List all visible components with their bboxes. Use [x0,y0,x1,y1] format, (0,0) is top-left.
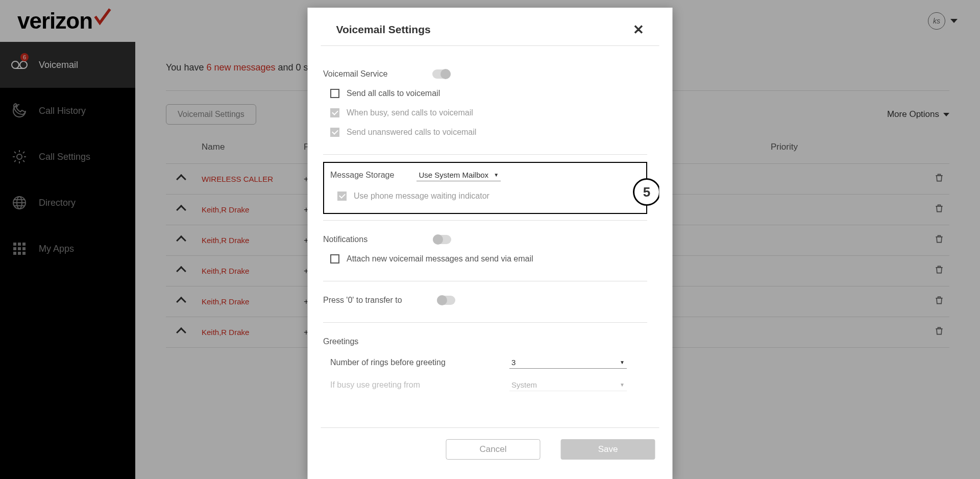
busy-greeting-value: System [511,380,537,389]
section-message-storage: Message Storage Use System Mailbox ▼ Use… [323,155,647,221]
mwi-label: Use phone message waiting indicator [354,191,489,201]
section-greetings: Greetings Number of rings before greetin… [323,323,647,427]
section-press-zero: Press '0' to transfer to [323,281,647,323]
unanswered-checkbox[interactable] [330,128,339,137]
busy-greeting-label: If busy use greeting from [330,380,420,390]
notifications-label: Notifications [323,235,368,244]
section-voicemail-service: Voicemail Service Send all calls to voic… [323,55,647,155]
voicemail-service-toggle[interactable] [432,69,451,79]
message-storage-select[interactable]: Use System Mailbox ▼ [416,169,501,181]
voicemail-settings-modal: Voicemail Settings ✕ Voicemail Service S… [308,8,673,479]
chevron-down-icon: ▼ [494,172,499,178]
rings-select[interactable]: 3 ▼ [509,356,627,369]
rings-label: Number of rings before greeting [330,358,446,367]
attach-email-checkbox[interactable] [330,254,339,264]
close-icon[interactable]: ✕ [633,23,644,36]
rings-value: 3 [511,358,516,367]
when-busy-checkbox[interactable] [330,108,339,117]
busy-greeting-select[interactable]: System ▼ [509,379,627,391]
when-busy-label: When busy, send calls to voicemail [347,108,473,117]
send-all-label: Send all calls to voicemail [347,89,440,98]
attach-email-label: Attach new voicemail messages and send v… [347,254,533,264]
send-all-checkbox[interactable] [330,89,339,98]
press-zero-toggle[interactable] [436,296,455,305]
mwi-checkbox[interactable] [337,191,347,201]
message-storage-value: Use System Mailbox [419,171,488,179]
message-storage-label: Message Storage [330,171,394,180]
notifications-toggle[interactable] [433,235,451,244]
callout-step-5: Message Storage Use System Mailbox ▼ Use… [323,162,647,214]
step-badge: 5 [633,178,659,206]
press-zero-label: Press '0' to transfer to [323,296,402,305]
section-notifications: Notifications Attach new voicemail messa… [323,221,647,281]
modal-title: Voicemail Settings [336,23,431,36]
chevron-down-icon: ▼ [620,382,625,388]
unanswered-label: Send unanswered calls to voicemail [347,128,476,137]
save-button[interactable]: Save [561,439,655,460]
greetings-heading: Greetings [323,337,358,346]
voicemail-service-label: Voicemail Service [323,69,387,79]
cancel-button[interactable]: Cancel [446,439,541,460]
modal-scroll-area[interactable]: Voicemail Service Send all calls to voic… [321,46,659,427]
chevron-down-icon: ▼ [620,360,625,365]
